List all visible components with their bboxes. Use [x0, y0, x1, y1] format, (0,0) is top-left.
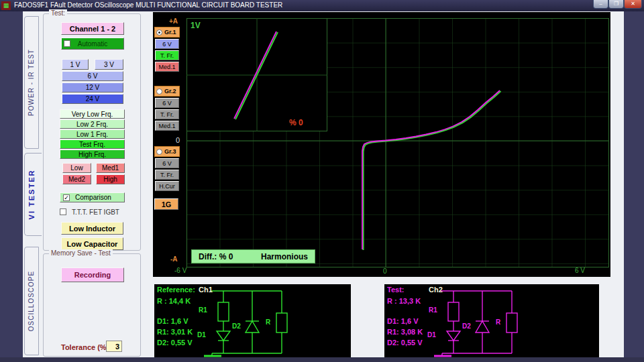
reference-d1-value: D1: 1,6 V: [157, 317, 188, 325]
automatic-checkbox[interactable]: [64, 40, 70, 47]
tab-vi-tester[interactable]: VI TESTER: [24, 153, 42, 236]
test-r-label: R: [496, 318, 500, 326]
reference-channel: Ch1: [199, 286, 213, 294]
reference-circuit-panel: Reference: Ch1 R : 14,4 K D1: 1,6 V R1: …: [154, 284, 351, 357]
gr2-radio[interactable]: Gr.2: [154, 86, 180, 97]
ttt-fet-igbt-toggle[interactable]: T.T.T. FET IGBT: [60, 207, 133, 217]
very-low-frq-button[interactable]: Very Low Frq.: [60, 109, 125, 119]
current-med1-button[interactable]: Med1: [96, 163, 125, 173]
diff-readout: Diff.: % 0 Harmonious: [191, 249, 315, 263]
gr3-frequency-button[interactable]: T. Fr.: [155, 170, 179, 180]
gr1-current-button[interactable]: Med.1: [155, 62, 179, 72]
test-circuit-panel: Test: Ch2 R : 13,3 K D1: 1,6 V R1: 3,08 …: [384, 284, 599, 357]
test-r1-value: R1: 3,08 K: [387, 328, 423, 336]
low-capacitor-button[interactable]: Low Capacitor: [61, 237, 123, 250]
test-groupbox-caption: Test:: [49, 9, 67, 17]
voltage-12v-button[interactable]: 12 V: [62, 82, 123, 93]
tab-oscilloscope[interactable]: OSCILLOSCOPE: [24, 247, 39, 355]
gr2-radio-icon[interactable]: [156, 88, 162, 95]
reference-title: Reference:: [157, 286, 195, 294]
gr1-radio[interactable]: Gr.1: [154, 27, 180, 38]
voltage-24v-button[interactable]: 24 V: [62, 94, 123, 104]
low-1-frq-button[interactable]: Low 1 Frq.: [60, 129, 125, 139]
vi-inset-plot: [186, 18, 327, 131]
comparison-checkbox[interactable]: ✓: [63, 194, 70, 201]
recording-button[interactable]: Recording: [61, 267, 124, 282]
voltage-1v-button[interactable]: 1 V: [62, 59, 89, 70]
test-channel: Ch2: [429, 286, 443, 294]
x-label-neg6: -6 V: [174, 267, 186, 274]
tab-power-ir-test[interactable]: POWER - IR TEST: [24, 16, 39, 149]
test-d2-value: D2: 0,55 V: [387, 339, 423, 347]
ttt-fet-igbt-checkbox[interactable]: [60, 208, 66, 215]
application-window: ▦ FADOS9F1 FAult Detector OScilloscope M…: [0, 0, 644, 362]
x-label-6: 6 V: [575, 267, 585, 274]
close-button[interactable]: ✕: [624, 0, 642, 9]
reference-d2-label: D2: [232, 322, 241, 330]
inset-scale-label: 1V: [191, 21, 201, 30]
reference-r1-value: R1: 3,01 K: [157, 328, 193, 336]
inset-diff-label: % 0: [289, 118, 303, 127]
test-d1-value: D1: 1,6 V: [387, 317, 418, 325]
gr3-radio[interactable]: Gr.3: [154, 146, 180, 157]
automatic-button[interactable]: Automatic: [61, 38, 124, 50]
gr2-current-button[interactable]: Med.1: [155, 121, 179, 131]
low-2-frq-button[interactable]: Low 2 Frq.: [60, 119, 125, 129]
diff-value: Diff.: % 0: [199, 252, 233, 261]
current-high-button[interactable]: High: [96, 174, 125, 184]
channel-1-2-button[interactable]: Channel 1 - 2: [61, 22, 124, 35]
voltage-3v-button[interactable]: 3 V: [95, 59, 123, 70]
reference-d2-value: D2: 0,55 V: [157, 339, 193, 347]
minimize-button[interactable]: –: [593, 0, 608, 9]
low-inductor-button[interactable]: Low Inductor: [61, 222, 123, 235]
test-frq-button[interactable]: Test Frq.: [60, 139, 125, 149]
tolerance-input[interactable]: [106, 341, 122, 352]
gr1-voltage-button[interactable]: 6 V: [155, 39, 179, 49]
gr1-frequency-button[interactable]: T. Fr.: [155, 50, 179, 60]
window-bottom-border: [0, 357, 644, 362]
reference-r1-label: R1: [199, 306, 207, 314]
gr2-frequency-button[interactable]: T. Fr.: [155, 109, 179, 119]
gr1-radio-icon[interactable]: [156, 29, 162, 36]
current-low-button[interactable]: Low: [62, 163, 91, 173]
test-d2-label: D2: [462, 322, 471, 330]
harmonious-status: Harmonious: [261, 252, 308, 261]
test-r-value: R : 13,3 K: [387, 297, 421, 305]
gr2-voltage-button[interactable]: 6 V: [155, 98, 179, 108]
test-r1-label: R1: [429, 306, 437, 314]
memory-save-groupbox: Memory Save - Test Recording Tolerance (…: [43, 253, 141, 357]
test-d1-label: D1: [427, 331, 436, 339]
tolerance-label: Tolerance (%): [61, 343, 109, 351]
maximize-button[interactable]: ❐: [608, 0, 624, 9]
x-label-0: 0: [383, 267, 387, 275]
gr3-voltage-button[interactable]: 6 V: [155, 158, 179, 168]
plus-a-axis-label: +A: [169, 17, 178, 25]
current-med2-button[interactable]: Med2: [62, 174, 91, 184]
gr3-hcur-button[interactable]: H.Cur: [155, 181, 179, 191]
test-title: Test:: [387, 286, 404, 294]
gr3-radio-icon[interactable]: [156, 149, 162, 155]
zero-axis-label: 0: [176, 136, 180, 144]
reference-d1-label: D1: [197, 331, 206, 339]
high-frq-button[interactable]: High Frq.: [60, 149, 125, 159]
voltage-6v-button[interactable]: 6 V: [62, 71, 123, 81]
reference-r-label: R: [266, 318, 270, 326]
test-groupbox: Test: Channel 1 - 2 Automatic 1 V 3 V 6 …: [43, 13, 141, 251]
reference-r-value: R : 14,4 K: [157, 297, 191, 305]
window-title: FADOS9F1 FAult Detector OScilloscope MUL…: [14, 1, 282, 9]
comparison-toggle[interactable]: ✓ Comparison: [60, 192, 125, 202]
title-bar: ▦ FADOS9F1 FAult Detector OScilloscope M…: [0, 0, 644, 11]
memory-groupbox-caption: Memory Save - Test: [49, 249, 113, 257]
minus-a-axis-label: -A: [170, 255, 178, 263]
1g-gain-button[interactable]: 1G: [154, 198, 178, 210]
app-icon: ▦: [1, 1, 11, 10]
vi-graph-panel: +A Gr.1 6 V T. Fr. Med.1 Gr.2 6 V T. Fr.…: [153, 12, 610, 277]
